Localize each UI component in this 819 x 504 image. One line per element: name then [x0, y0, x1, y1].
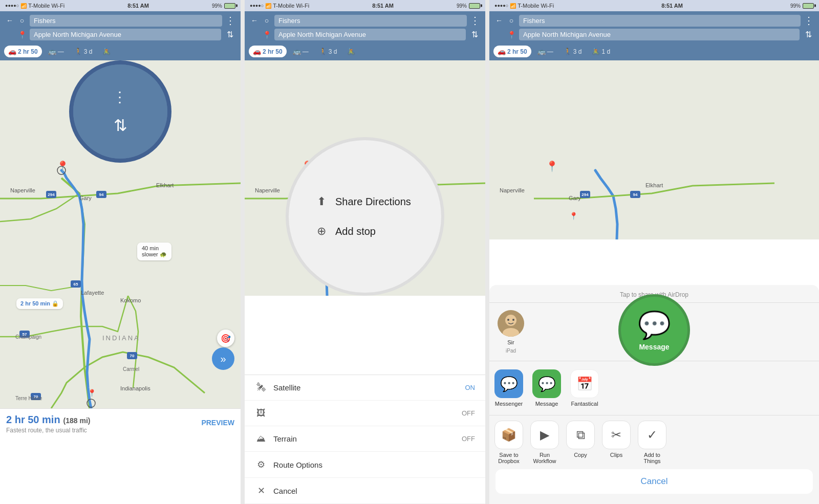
- traffic-toggle-2[interactable]: OFF: [462, 409, 475, 417]
- action-dropbox-3[interactable]: 📦 Save toDropbox: [494, 421, 523, 464]
- more-menu-icon-2[interactable]: ⋮: [470, 14, 480, 27]
- direction-row-from-1: ← ○ Fishers ⋮: [5, 14, 235, 27]
- menu-terrain-2[interactable]: ⛰ Terrain OFF: [245, 426, 485, 452]
- route-time-1: 2 hr 50 min (188 mi): [6, 414, 234, 426]
- to-field-2[interactable]: Apple North Michigan Avenue: [274, 29, 466, 40]
- tab-bus-3[interactable]: 🚌 —: [533, 46, 557, 57]
- tab-car-1[interactable]: 🚗 2 hr 50: [4, 46, 42, 57]
- terrain-toggle-2[interactable]: OFF: [462, 435, 475, 443]
- pin-icon-1: 📍: [17, 30, 27, 39]
- swap-icon-1[interactable]: ⇅: [224, 29, 235, 40]
- back-icon-3[interactable]: ←: [494, 16, 504, 25]
- status-left-3: ●●●●○ 📶 T-Mobile Wi-Fi: [494, 3, 554, 9]
- status-right-2: 99%: [457, 3, 480, 9]
- tab-car-3[interactable]: 🚗 2 hr 50: [493, 46, 531, 57]
- action-things-3[interactable]: ✓ Add toThings: [638, 421, 666, 464]
- menu-cancel-2[interactable]: ✕ Cancel: [245, 478, 485, 504]
- svg-text:94: 94: [633, 192, 638, 197]
- pin-icon-3: 📍: [507, 30, 516, 39]
- clips-icon-3: ✂: [602, 421, 631, 449]
- direction-bar-1: ← ○ Fishers ⋮ 📍 Apple North Michigan Ave…: [0, 11, 241, 43]
- label-naperville-1: Naperville: [10, 187, 35, 193]
- route-options-icon-2: ⚙: [255, 459, 267, 470]
- circle-icon-2: ○: [262, 16, 271, 25]
- add-stop-label-2: Add stop: [335, 226, 376, 237]
- workflow-label-3: RunWorkflow: [533, 452, 556, 464]
- status-right-3: 99%: [790, 3, 814, 9]
- share-directions-item-2[interactable]: ⬆ Share Directions: [317, 195, 411, 208]
- label-lafayette-1: Lafayette: [81, 290, 104, 296]
- more-menu-icon-1[interactable]: ⋮: [225, 14, 235, 27]
- transport-tabs-3: 🚗 2 hr 50 🚌 — 🚶 3 d 🚴 1 d: [489, 43, 819, 60]
- status-bar-2: ●●●●○ 📶 T-Mobile Wi-Fi 8:51 AM 99%: [245, 0, 485, 11]
- wifi-icon-3: 📶: [510, 3, 516, 9]
- battery-icon-1: [224, 3, 235, 9]
- spacer-3: [494, 30, 504, 39]
- menu-traffic-2[interactable]: 🖼 OFF: [245, 401, 485, 426]
- share-fantastical-3[interactable]: 📅 Fantastical: [570, 369, 599, 407]
- to-field-1[interactable]: Apple North Michigan Avenue: [30, 29, 221, 40]
- share-messenger-3[interactable]: 💬 Messenger: [494, 369, 523, 407]
- menu-satellite-left-2: 🛰 Satellite: [255, 382, 300, 393]
- spacer-1: [5, 30, 14, 39]
- forward-button-1[interactable]: »: [212, 347, 234, 370]
- map-bg-3: 294 94 Naperville Gary Elkhart: [489, 60, 819, 239]
- preview-button-1[interactable]: PREVIEW: [201, 419, 234, 427]
- label-elkhart-1: Elkhart: [156, 182, 174, 188]
- tab-walk-3[interactable]: 🚶 3 d: [559, 46, 586, 57]
- action-clips-3[interactable]: ✂ Clips: [602, 421, 631, 464]
- cancel-button-3[interactable]: Cancel: [495, 469, 813, 494]
- tab-bus-1[interactable]: 🚌 —: [44, 46, 68, 57]
- action-workflow-3[interactable]: ▶ RunWorkflow: [530, 421, 559, 464]
- to-field-3[interactable]: Apple North Michigan Avenue: [519, 29, 800, 40]
- tab-bike-2[interactable]: 🚴: [343, 46, 359, 57]
- menu-route-options-2[interactable]: ⚙ Route Options: [245, 452, 485, 478]
- back-icon-1[interactable]: ←: [5, 16, 14, 25]
- action-copy-3[interactable]: ⧉ Copy: [566, 421, 595, 464]
- battery-icon-3: [803, 3, 814, 9]
- fantastical-label-3: Fantastical: [571, 401, 598, 407]
- label-elkhart-3: Elkhart: [645, 182, 663, 188]
- tab-walk-1[interactable]: 🚶 3 d: [70, 46, 97, 57]
- compass-button-1[interactable]: 🎯: [217, 330, 234, 347]
- tab-bike-1[interactable]: 🚴: [98, 46, 115, 57]
- from-field-1[interactable]: Fishers: [30, 15, 222, 27]
- from-field-2[interactable]: Fishers: [274, 15, 467, 27]
- from-field-3[interactable]: Fishers: [519, 15, 801, 27]
- add-icon-2: ⊕: [317, 225, 326, 238]
- status-bar-3: ●●●●○ 📶 T-Mobile Wi-Fi 8:51 AM 99%: [489, 0, 819, 11]
- message-highlight-circle-3: 💬 Message: [618, 294, 690, 366]
- back-icon-2[interactable]: ←: [250, 16, 259, 25]
- bike-icon-1: 🚴: [102, 48, 111, 55]
- tab-bus-2[interactable]: 🚌 —: [289, 46, 313, 57]
- swap-icon-2[interactable]: ⇅: [469, 29, 480, 40]
- tab-car-time-2: 2 hr 50: [263, 48, 283, 55]
- tab-walk-time-3: 3 d: [573, 48, 582, 55]
- label-gary-3: Gary: [569, 195, 581, 201]
- menu-satellite-2[interactable]: 🛰 Satellite ON: [245, 375, 485, 401]
- route-note-1: Fastest route, the usual traffic: [6, 427, 234, 434]
- magnify-dots-1: ⋮: [113, 89, 128, 105]
- satellite-toggle-2[interactable]: ON: [465, 384, 476, 391]
- share-message-3[interactable]: 💬 Message: [532, 369, 561, 407]
- add-stop-item-2[interactable]: ⊕ Add stop: [317, 225, 376, 238]
- tab-walk-time-2: 3 d: [329, 48, 337, 55]
- time-2: 8:51 AM: [372, 3, 394, 9]
- map-area-1: 294 94 57 65 70 70 Naperville Gary Elkha…: [0, 60, 241, 408]
- tab-walk-2[interactable]: 🚶 3 d: [315, 46, 341, 57]
- route-time-text-1: 2 hr 50 min: [6, 414, 60, 426]
- route-time-bubble-1: 2 hr 50 min 🔒: [16, 298, 63, 309]
- menu-list-2: 🛰 Satellite ON 🖼 OFF ⛰ Terrain OFF ⚙ Rou…: [245, 375, 485, 504]
- airdrop-device-sir-3: iPad: [506, 348, 516, 354]
- tab-bus-time-1: —: [58, 48, 64, 55]
- tab-bike-3[interactable]: 🚴 1 d: [588, 46, 614, 57]
- more-menu-icon-3[interactable]: ⋮: [804, 14, 814, 27]
- direction-row-from-3: ← ○ Fishers ⋮: [494, 14, 814, 27]
- share-directions-label-2: Share Directions: [335, 196, 411, 208]
- airdrop-person-sir-3[interactable]: Sir iPad: [498, 310, 524, 354]
- transport-tabs-2: 🚗 2 hr 50 🚌 — 🚶 3 d 🚴: [245, 43, 485, 60]
- message-big-icon-3: 💬: [638, 310, 671, 341]
- tab-car-2[interactable]: 🚗 2 hr 50: [249, 46, 287, 57]
- swap-icon-3[interactable]: ⇅: [803, 29, 814, 40]
- direction-row-to-2: 📍 Apple North Michigan Avenue ⇅: [250, 29, 480, 40]
